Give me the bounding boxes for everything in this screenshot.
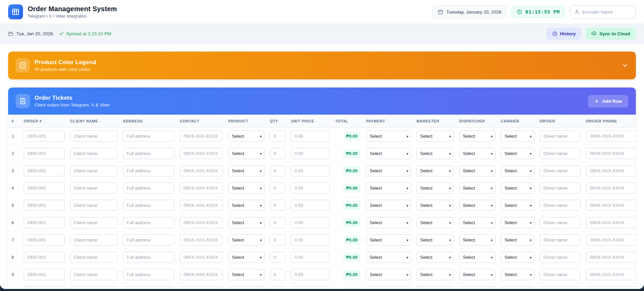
unit-price-input[interactable] (291, 269, 330, 280)
qty-input[interactable] (270, 269, 285, 280)
address-input[interactable] (123, 286, 174, 289)
unit-price-input[interactable] (291, 131, 330, 142)
carrier-select[interactable]: Select (501, 234, 534, 246)
driver-phone-input[interactable] (586, 252, 636, 263)
driver-name-input[interactable] (540, 217, 581, 228)
driver-name-input[interactable] (540, 131, 581, 142)
order-number-input[interactable] (24, 148, 65, 159)
driver-phone-input[interactable] (586, 200, 636, 211)
client-name-input[interactable] (70, 182, 117, 194)
order-number-input[interactable] (24, 200, 65, 211)
payment-select[interactable]: Select (366, 148, 411, 159)
payment-select[interactable]: Select (366, 234, 411, 246)
order-number-input[interactable] (24, 217, 65, 228)
order-number-input[interactable] (24, 234, 65, 246)
product-select[interactable]: Select (228, 217, 264, 228)
driver-phone-input[interactable] (586, 165, 636, 176)
add-row-button[interactable]: Add Row (588, 95, 629, 108)
qty-input[interactable] (270, 252, 285, 263)
carrier-select[interactable]: Select (501, 286, 534, 289)
contact-input[interactable] (180, 269, 223, 280)
product-select[interactable]: Select (228, 165, 264, 176)
driver-phone-input[interactable] (586, 148, 636, 159)
driver-phone-input[interactable] (586, 131, 636, 142)
address-input[interactable] (123, 165, 174, 176)
client-name-input[interactable] (70, 217, 117, 228)
qty-input[interactable] (270, 234, 285, 246)
carrier-select[interactable]: Select (501, 131, 534, 142)
product-select[interactable]: Select (228, 286, 264, 289)
client-name-input[interactable] (70, 252, 117, 263)
client-name-input[interactable] (70, 234, 117, 246)
carrier-select[interactable]: Select (501, 182, 534, 194)
marketer-select[interactable]: Select (416, 148, 454, 159)
contact-input[interactable] (180, 217, 223, 228)
payment-select[interactable]: Select (366, 217, 411, 228)
contact-input[interactable] (180, 148, 223, 159)
chevron-down-icon[interactable] (622, 62, 628, 69)
order-number-input[interactable] (24, 131, 65, 142)
client-name-input[interactable] (70, 165, 117, 176)
payment-select[interactable]: Select (366, 269, 411, 280)
driver-name-input[interactable] (540, 269, 581, 280)
qty-input[interactable] (270, 217, 285, 228)
product-select[interactable]: Select (228, 252, 264, 263)
dispatcher-select[interactable]: Select (459, 252, 495, 263)
dispatcher-select[interactable]: Select (459, 165, 495, 176)
sync-to-cloud-button[interactable]: Sync to Cloud (585, 27, 636, 40)
carrier-select[interactable]: Select (501, 148, 534, 159)
contact-input[interactable] (180, 131, 223, 142)
dispatcher-select[interactable]: Select (459, 148, 495, 159)
contact-input[interactable] (180, 182, 223, 194)
dispatcher-select[interactable]: Select (459, 234, 495, 246)
client-name-input[interactable] (70, 131, 117, 142)
carrier-select[interactable]: Select (501, 252, 534, 263)
unit-price-input[interactable] (291, 234, 330, 246)
address-input[interactable] (123, 252, 174, 263)
address-input[interactable] (123, 200, 174, 211)
order-number-input[interactable] (24, 269, 65, 280)
marketer-select[interactable]: Select (416, 252, 454, 263)
order-number-input[interactable] (24, 252, 65, 263)
product-select[interactable]: Select (228, 234, 264, 246)
address-input[interactable] (123, 217, 174, 228)
marketer-select[interactable]: Select (416, 131, 454, 142)
order-number-input[interactable] (24, 286, 65, 289)
contact-input[interactable] (180, 165, 223, 176)
address-input[interactable] (123, 131, 174, 142)
driver-name-input[interactable] (540, 165, 581, 176)
driver-name-input[interactable] (540, 148, 581, 159)
contact-input[interactable] (180, 286, 223, 289)
marketer-select[interactable]: Select (416, 217, 454, 228)
address-input[interactable] (123, 148, 174, 159)
payment-select[interactable]: Select (366, 286, 411, 289)
product-select[interactable]: Select (228, 182, 264, 194)
contact-input[interactable] (180, 234, 223, 246)
payment-select[interactable]: Select (366, 165, 411, 176)
payment-select[interactable]: Select (366, 200, 411, 211)
dispatcher-select[interactable]: Select (459, 131, 495, 142)
dispatcher-select[interactable]: Select (459, 217, 495, 228)
date-display[interactable]: Tuesday, January 20, 2026 (432, 5, 507, 18)
encoder-name-input[interactable] (582, 9, 631, 15)
dispatcher-select[interactable]: Select (459, 200, 495, 211)
unit-price-input[interactable] (291, 148, 330, 159)
dispatcher-select[interactable]: Select (459, 182, 495, 194)
driver-name-input[interactable] (540, 182, 581, 194)
marketer-select[interactable]: Select (416, 165, 454, 176)
qty-input[interactable] (270, 148, 285, 159)
dispatcher-select[interactable]: Select (459, 286, 495, 289)
history-button[interactable]: History (546, 27, 582, 40)
qty-input[interactable] (270, 131, 285, 142)
marketer-select[interactable]: Select (416, 234, 454, 246)
driver-phone-input[interactable] (586, 234, 636, 246)
driver-phone-input[interactable] (586, 269, 636, 280)
client-name-input[interactable] (70, 286, 117, 289)
client-name-input[interactable] (70, 200, 117, 211)
unit-price-input[interactable] (291, 182, 330, 194)
payment-select[interactable]: Select (366, 131, 411, 142)
contact-input[interactable] (180, 200, 223, 211)
unit-price-input[interactable] (291, 200, 330, 211)
product-select[interactable]: Select (228, 269, 264, 280)
product-select[interactable]: Select (228, 131, 264, 142)
